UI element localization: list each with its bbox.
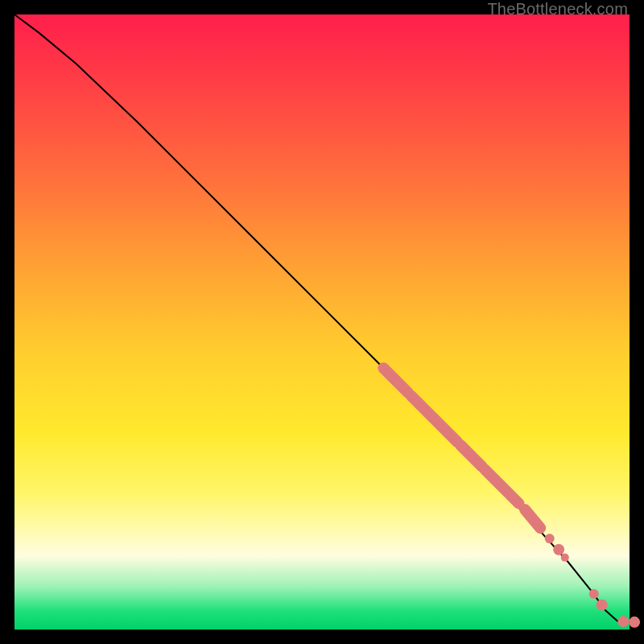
data-point bbox=[545, 534, 555, 543]
data-point bbox=[561, 554, 569, 562]
chart-frame: TheBottleneck.com bbox=[0, 0, 644, 644]
data-point bbox=[629, 617, 640, 628]
watermark-label: TheBottleneck.com bbox=[487, 0, 628, 19]
data-cluster bbox=[383, 368, 408, 393]
data-cluster bbox=[411, 396, 457, 442]
data-cluster bbox=[485, 469, 518, 503]
data-cluster bbox=[460, 445, 482, 467]
cluster-group bbox=[383, 368, 540, 528]
data-point bbox=[597, 599, 608, 610]
point-group bbox=[545, 534, 640, 628]
data-point bbox=[617, 616, 629, 627]
data-cluster bbox=[525, 510, 540, 528]
chart-overlay bbox=[14, 14, 630, 630]
data-point bbox=[553, 544, 564, 555]
data-point bbox=[589, 589, 599, 599]
